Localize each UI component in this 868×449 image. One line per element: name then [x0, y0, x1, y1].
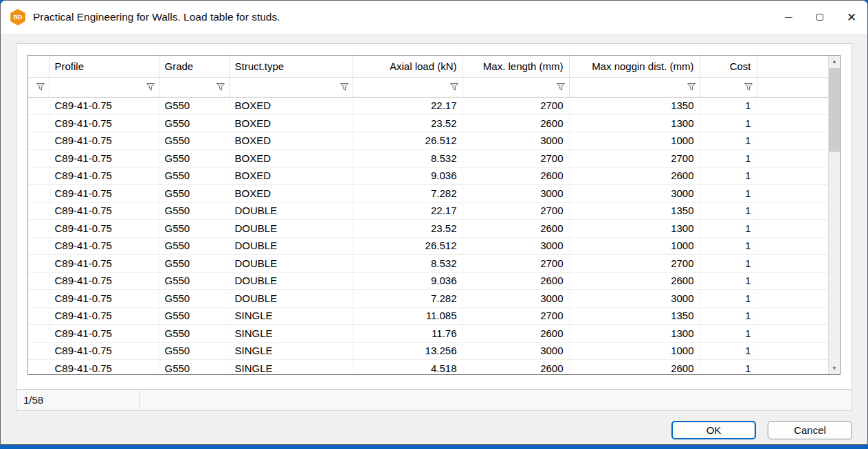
cell-axial-load-kn[interactable]: 26.512 — [353, 237, 463, 255]
column-header-profile[interactable]: Profile — [49, 56, 159, 77]
table-row[interactable]: C89-41-0.75G550DOUBLE7.282300030001 — [28, 290, 828, 308]
row-indicator[interactable] — [28, 342, 49, 360]
row-indicator[interactable] — [28, 167, 49, 185]
row-indicator[interactable] — [28, 132, 49, 150]
vertical-scrollbar[interactable]: ▲ ▼ — [828, 56, 840, 374]
table-row[interactable]: C89-41-0.75G550SINGLE4.518260026001 — [28, 360, 828, 375]
filter-cell-max-noggin-dist-mm[interactable] — [569, 77, 700, 97]
titlebar[interactable]: BD Practical Engineering for Walls. Load… — [1, 1, 867, 34]
cell-max-length-mm[interactable]: 2600 — [463, 360, 569, 375]
column-header-axial-load-kn[interactable]: Axial load (kN) — [353, 56, 463, 77]
column-header-struct-type[interactable]: Struct.type — [229, 56, 353, 77]
cell-max-length-mm[interactable]: 3000 — [463, 290, 569, 308]
cell-cost[interactable]: 1 — [700, 342, 757, 360]
cell-profile[interactable]: C89-41-0.75 — [49, 185, 159, 203]
row-indicator[interactable] — [28, 307, 49, 325]
cell-max-length-mm[interactable]: 2700 — [463, 255, 569, 273]
filter-cell-axial-load-kn[interactable] — [353, 77, 463, 97]
cell-max-noggin-dist-mm[interactable]: 2600 — [569, 360, 700, 375]
cell-grade[interactable]: G550 — [159, 290, 229, 308]
filter-funnel-icon[interactable] — [144, 81, 157, 93]
cell-max-length-mm[interactable]: 3000 — [463, 342, 569, 360]
cell-max-length-mm[interactable]: 2700 — [463, 307, 569, 325]
row-indicator[interactable] — [28, 220, 49, 238]
cell-struct-type[interactable]: DOUBLE — [229, 220, 353, 238]
filter-funnel-icon[interactable] — [447, 81, 461, 93]
cell-struct-type[interactable]: SINGLE — [229, 342, 353, 360]
table-row[interactable]: C89-41-0.75G550BOXED9.036260026001 — [28, 167, 828, 185]
cancel-button[interactable]: Cancel — [768, 421, 852, 439]
cell-max-noggin-dist-mm[interactable]: 3000 — [569, 290, 700, 308]
table-row[interactable]: C89-41-0.75G550SINGLE11.76260013001 — [28, 325, 828, 343]
cell-profile[interactable]: C89-41-0.75 — [49, 150, 159, 168]
cell-max-noggin-dist-mm[interactable]: 1300 — [569, 325, 700, 343]
cell-axial-load-kn[interactable]: 22.17 — [353, 97, 463, 115]
cell-cost[interactable]: 1 — [700, 307, 757, 325]
table-row[interactable]: C89-41-0.75G550BOXED8.532270027001 — [28, 150, 828, 168]
cell-max-noggin-dist-mm[interactable]: 1350 — [569, 202, 700, 220]
cell-max-noggin-dist-mm[interactable]: 1350 — [569, 97, 700, 115]
cell-struct-type[interactable]: BOXED — [229, 132, 353, 150]
cell-cost[interactable]: 1 — [700, 132, 757, 150]
cell-axial-load-kn[interactable]: 22.17 — [353, 202, 463, 220]
table-row[interactable]: C89-41-0.75G550DOUBLE22.17270013501 — [28, 202, 828, 220]
cell-axial-load-kn[interactable]: 23.52 — [353, 220, 463, 238]
column-header-max-noggin-dist-mm[interactable]: Max noggin dist. (mm) — [569, 56, 700, 77]
cell-grade[interactable]: G550 — [159, 202, 229, 220]
row-indicator[interactable] — [28, 272, 49, 290]
cell-grade[interactable]: G550 — [159, 220, 229, 238]
cell-profile[interactable]: C89-41-0.75 — [49, 342, 159, 360]
cell-grade[interactable]: G550 — [159, 97, 229, 115]
cell-grade[interactable]: G550 — [159, 307, 229, 325]
cell-struct-type[interactable]: BOXED — [229, 185, 353, 203]
cell-profile[interactable]: C89-41-0.75 — [49, 167, 159, 185]
cell-cost[interactable]: 1 — [700, 325, 757, 343]
cell-grade[interactable]: G550 — [159, 237, 229, 255]
cell-max-noggin-dist-mm[interactable]: 1000 — [569, 342, 700, 360]
column-header-max-length-mm[interactable]: Max. length (mm) — [463, 56, 569, 77]
filter-cell-grade[interactable] — [159, 77, 229, 97]
table-row[interactable]: C89-41-0.75G550BOXED7.282300030001 — [28, 185, 828, 203]
cell-max-noggin-dist-mm[interactable]: 1300 — [569, 220, 700, 238]
row-indicator[interactable] — [28, 290, 49, 308]
close-button[interactable]: ✕ — [836, 1, 867, 34]
cell-max-length-mm[interactable]: 2700 — [463, 150, 569, 168]
cell-axial-load-kn[interactable]: 4.518 — [353, 360, 463, 375]
cell-max-length-mm[interactable]: 2600 — [463, 167, 569, 185]
cell-max-noggin-dist-mm[interactable]: 1000 — [569, 132, 700, 150]
cell-max-length-mm[interactable]: 2700 — [463, 202, 569, 220]
cell-max-length-mm[interactable]: 2600 — [463, 272, 569, 290]
cell-profile[interactable]: C89-41-0.75 — [49, 97, 159, 115]
cell-struct-type[interactable]: SINGLE — [229, 360, 353, 375]
row-indicator[interactable] — [28, 97, 49, 115]
row-indicator[interactable] — [28, 237, 49, 255]
cell-max-noggin-dist-mm[interactable]: 3000 — [569, 185, 700, 203]
cell-max-length-mm[interactable]: 3000 — [463, 132, 569, 150]
cell-profile[interactable]: C89-41-0.75 — [49, 255, 159, 273]
cell-profile[interactable]: C89-41-0.75 — [49, 290, 159, 308]
cell-profile[interactable]: C89-41-0.75 — [49, 132, 159, 150]
cell-grade[interactable]: G550 — [159, 115, 229, 133]
cell-grade[interactable]: G550 — [159, 150, 229, 168]
row-indicator[interactable] — [28, 185, 49, 203]
filter-funnel-icon[interactable] — [214, 81, 227, 93]
column-header-cost[interactable]: Cost — [700, 56, 757, 77]
cell-max-noggin-dist-mm[interactable]: 2600 — [569, 167, 700, 185]
cell-grade[interactable]: G550 — [159, 272, 229, 290]
cell-cost[interactable]: 1 — [700, 255, 757, 273]
filter-funnel-icon[interactable] — [554, 81, 568, 93]
scrollbar-thumb[interactable] — [829, 68, 840, 152]
table-row[interactable]: C89-41-0.75G550DOUBLE26.512300010001 — [28, 237, 828, 255]
cell-grade[interactable]: G550 — [159, 360, 229, 375]
cell-max-noggin-dist-mm[interactable]: 2700 — [569, 150, 700, 168]
scroll-down-arrow[interactable]: ▼ — [829, 362, 840, 374]
cell-max-noggin-dist-mm[interactable]: 1000 — [569, 237, 700, 255]
cell-cost[interactable]: 1 — [700, 290, 757, 308]
cell-max-noggin-dist-mm[interactable]: 1300 — [569, 115, 700, 133]
ok-button[interactable]: OK — [671, 421, 756, 439]
cell-profile[interactable]: C89-41-0.75 — [49, 272, 159, 290]
cell-axial-load-kn[interactable]: 23.52 — [353, 115, 463, 133]
cell-struct-type[interactable]: DOUBLE — [229, 272, 353, 290]
cell-profile[interactable]: C89-41-0.75 — [49, 202, 159, 220]
cell-cost[interactable]: 1 — [700, 360, 757, 375]
